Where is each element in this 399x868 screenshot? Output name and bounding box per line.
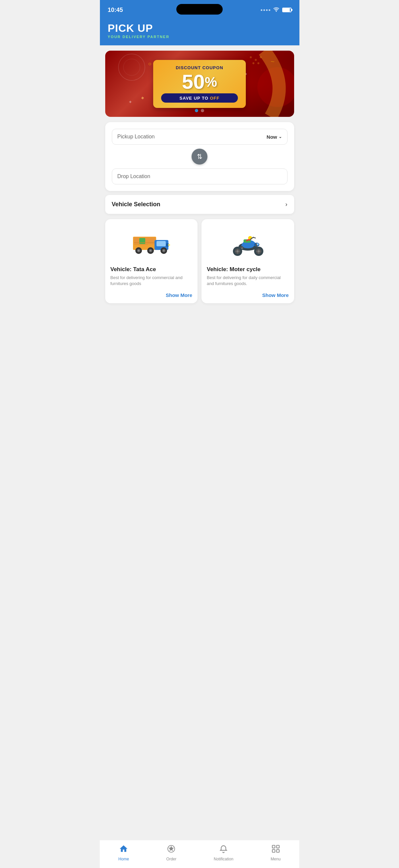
status-icons xyxy=(261,7,292,13)
swap-locations-button[interactable]: ⇅ xyxy=(192,149,207,164)
svg-point-27 xyxy=(150,250,151,251)
chevron-down-icon: ⌄ xyxy=(278,134,282,139)
swap-icon: ⇅ xyxy=(197,153,202,160)
vehicles-grid: Vehicle: Tata Ace Best for delivering fo… xyxy=(105,219,294,303)
coupon-percent: 50 xyxy=(182,70,205,93)
svg-point-6 xyxy=(253,62,255,64)
main-content: ○ ✦ ✦ ~ DISCOUNT COUPON 50% SAVE UP TO O… xyxy=(100,45,299,341)
svg-rect-13 xyxy=(141,97,143,99)
chevron-right-icon: › xyxy=(286,201,288,208)
vehicle-desc-tata-ace: Best for delivering for commercial and f… xyxy=(110,275,193,287)
svg-rect-20 xyxy=(157,241,166,246)
show-more-motorcycle[interactable]: Show More xyxy=(207,292,289,298)
banner-dot-1[interactable] xyxy=(195,109,198,112)
coupon-label: DISCOUNT COUPON xyxy=(161,65,238,70)
truck-icon xyxy=(131,231,171,257)
svg-rect-16 xyxy=(139,238,145,244)
banner-dot-2[interactable] xyxy=(201,109,204,112)
coupon-off-text: OFF xyxy=(210,96,219,101)
brand-tagline: YOUR DELIVERY PARTNER xyxy=(108,35,292,39)
vehicle-name-motorcycle: Vehicle: Moter cycle xyxy=(207,266,289,273)
brand-name: PICK UP xyxy=(108,23,292,34)
status-time: 10:45 xyxy=(108,7,123,13)
now-badge[interactable]: Now ⌄ xyxy=(267,134,282,140)
coupon-box: DISCOUNT COUPON 50% SAVE UP TO OFF xyxy=(153,60,246,108)
svg-point-4 xyxy=(255,59,257,61)
svg-point-7 xyxy=(257,62,259,64)
vehicle-image-tata-ace xyxy=(110,226,193,262)
svg-point-30 xyxy=(163,250,164,251)
status-bar: 10:45 xyxy=(100,0,299,19)
vehicle-selection-title: Vehicle Selection xyxy=(112,201,161,208)
signal-icon xyxy=(261,9,270,11)
svg-point-0 xyxy=(119,54,145,81)
vehicle-desc-motorcycle: Best for delivering for daily commercial… xyxy=(207,275,289,287)
banner-pagination xyxy=(195,109,204,112)
svg-point-3 xyxy=(250,56,252,58)
svg-rect-31 xyxy=(168,244,170,246)
swap-button-wrap: ⇅ xyxy=(112,149,288,164)
dynamic-island xyxy=(176,4,223,14)
now-label: Now xyxy=(267,134,277,140)
app-header: PICK UP YOUR DELIVERY PARTNER xyxy=(100,19,299,45)
svg-text:✦: ✦ xyxy=(128,99,132,104)
vehicle-card-tata-ace[interactable]: Vehicle: Tata Ace Best for delivering fo… xyxy=(105,219,198,303)
vehicle-image-motorcycle xyxy=(207,226,289,262)
promo-banner[interactable]: ○ ✦ ✦ ~ DISCOUNT COUPON 50% SAVE UP TO O… xyxy=(105,51,294,117)
vehicle-name-tata-ace: Vehicle: Tata Ace xyxy=(110,266,193,273)
svg-point-24 xyxy=(138,250,139,251)
coupon-save-row: SAVE UP TO OFF xyxy=(161,93,238,103)
show-more-tata-ace[interactable]: Show More xyxy=(110,292,193,298)
motorcycle-icon xyxy=(230,231,266,257)
vehicle-selection-row[interactable]: Vehicle Selection › xyxy=(105,195,294,214)
svg-point-1 xyxy=(124,59,140,75)
svg-point-5 xyxy=(260,56,262,58)
pickup-location-label: Pickup Location xyxy=(118,134,155,140)
drop-location-label: Drop Location xyxy=(118,174,151,179)
vehicle-card-motorcycle[interactable]: Vehicle: Moter cycle Best for delivering… xyxy=(201,219,294,303)
drop-location-input[interactable]: Drop Location xyxy=(112,168,288,184)
coupon-save-text: SAVE UP TO xyxy=(180,96,208,101)
location-card: Pickup Location Now ⌄ ⇅ Drop Location xyxy=(105,122,294,191)
svg-text:○: ○ xyxy=(148,61,152,66)
wifi-icon xyxy=(273,7,279,13)
svg-text:~: ~ xyxy=(271,58,275,65)
pickup-location-input[interactable]: Pickup Location Now ⌄ xyxy=(112,129,288,145)
coupon-percent-sign: % xyxy=(205,74,217,89)
battery-icon xyxy=(282,8,292,12)
